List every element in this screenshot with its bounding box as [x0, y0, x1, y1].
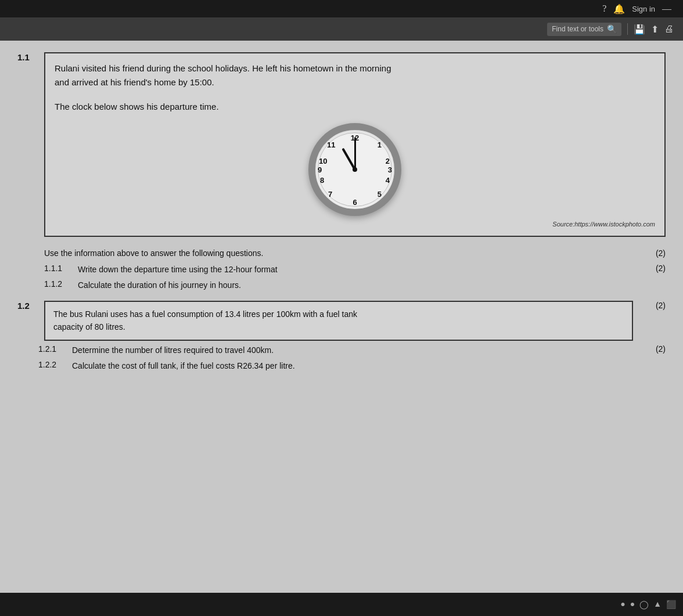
question-1-1-section: 1.1 Rulani visited his friend during the…	[17, 52, 666, 237]
q1-1-box: Rulani visited his friend during the sch…	[44, 52, 666, 237]
clock-source: Source:https://www.istockphoto.com	[55, 221, 655, 228]
use-info-marks: (2)	[648, 248, 666, 260]
taskbar-icon-2[interactable]: ●	[630, 600, 635, 609]
sub-q-1-1-1-row: 1.1.1 Write down the departure time usin…	[44, 264, 666, 276]
clock-number-9: 9	[318, 165, 322, 174]
sub-q-1-2-1-marks: (2)	[648, 344, 666, 354]
search-icon[interactable]: 🔍	[607, 24, 617, 34]
q1-2-box: The bus Rulani uses has a fuel consumpti…	[44, 301, 633, 341]
bell-icon[interactable]: 🔔	[613, 3, 625, 15]
sign-in-text[interactable]: Sign in	[632, 5, 655, 13]
sub-q-1-1-2-number: 1.1.2	[44, 279, 73, 289]
q1-2-marks: (2)	[642, 301, 666, 341]
use-info-text: Use the information above to answer the …	[44, 248, 263, 258]
taskbar: ● ● ◯ ▲ ⬛	[0, 593, 683, 616]
minimize-icon[interactable]: —	[662, 3, 671, 14]
clock-number-5: 5	[378, 190, 382, 199]
clock-number-3: 3	[388, 165, 392, 174]
sub-q-1-1-1-marks: (2)	[648, 264, 666, 273]
clock-number-6: 6	[353, 198, 357, 207]
sub-q-1-2-2-number: 1.2.2	[38, 360, 67, 369]
clock-number-10: 10	[319, 157, 327, 165]
print-icon[interactable]: 🖨	[664, 24, 674, 34]
clock-number-2: 2	[386, 157, 390, 165]
question-icon[interactable]: ?	[602, 3, 606, 14]
use-info-row: Use the information above to answer the …	[44, 248, 666, 260]
sub-q-1-1-1-number: 1.1.1	[44, 264, 73, 273]
clock-container: 12 1 2 3 4 5 6 7 8	[55, 123, 655, 216]
question-1-2-wrapper: 1.2 The bus Rulani uses has a fuel consu…	[17, 301, 666, 372]
analog-clock: 12 1 2 3 4 5 6 7 8	[308, 123, 401, 216]
taskbar-wifi: ▲	[653, 600, 662, 609]
clock-number-1: 1	[378, 141, 382, 149]
top-bar: ? 🔔 Sign in —	[0, 0, 683, 17]
clock-center-dot	[353, 167, 357, 172]
sub-q-1-1-2-row: 1.1.2 Calculate the duration of his jour…	[44, 279, 666, 291]
minute-hand	[354, 137, 356, 170]
toolbar: Find text or tools 🔍 💾 ⬆ 🖨	[0, 17, 683, 41]
find-text-box[interactable]: Find text or tools 🔍	[547, 23, 621, 36]
clock-number-7: 7	[328, 190, 332, 199]
toolbar-divider	[627, 23, 628, 35]
q1-1-number: 1.1	[17, 52, 35, 237]
clock-number-4: 4	[386, 176, 390, 185]
taskbar-icon-3[interactable]: ◯	[639, 600, 649, 610]
q1-1-text-line1: Rulani visited his friend during the sch…	[55, 62, 655, 75]
q1-2-section: 1.2 The bus Rulani uses has a fuel consu…	[17, 301, 666, 341]
sub-q-1-2-1-text: Determine the number of litres required …	[72, 344, 644, 356]
sub-questions-1-1: Use the information above to answer the …	[17, 248, 666, 291]
sub-q-1-1-1-text: Write down the departure time using the …	[78, 264, 644, 276]
save-icon[interactable]: 💾	[634, 24, 645, 35]
main-content: 1.1 Rulani visited his friend during the…	[0, 41, 683, 616]
q1-2-number: 1.2	[17, 301, 35, 341]
sub-q-1-2-2-row: 1.2.2 Calculate the cost of full tank, i…	[38, 360, 666, 372]
q1-1-text-line2: and arrived at his friend's home by 15:0…	[55, 75, 655, 89]
sub-questions-1-2: 1.2.1 Determine the number of litres req…	[38, 344, 666, 372]
clock-number-8: 8	[320, 176, 324, 185]
sub-q-1-2-2-text: Calculate the cost of full tank, if the …	[72, 360, 644, 372]
sub-q-1-2-1-row: 1.2.1 Determine the number of litres req…	[38, 344, 666, 356]
sub-q-1-1-2-text: Calculate the duration of his journey in…	[78, 279, 644, 291]
q1-1-clock-label: The clock below shows his departure time…	[55, 100, 655, 114]
taskbar-battery: ⬛	[666, 600, 676, 610]
sub-q-1-2-1-number: 1.2.1	[38, 344, 67, 354]
taskbar-icon-1[interactable]: ●	[620, 600, 625, 609]
find-text-label: Find text or tools	[552, 25, 603, 33]
upload-icon[interactable]: ⬆	[651, 24, 659, 35]
clock-number-11: 11	[327, 141, 335, 149]
q1-2-text: The bus Rulani uses has a fuel consumpti…	[53, 308, 624, 334]
